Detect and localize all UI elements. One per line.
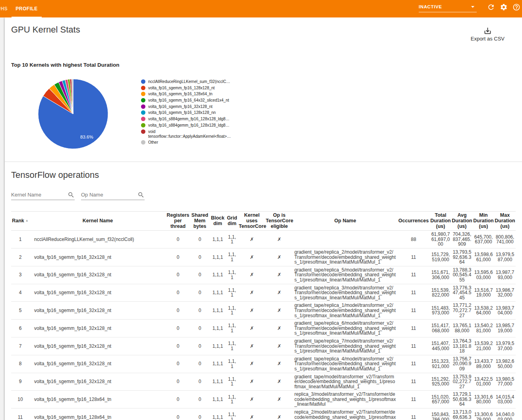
gpu-kernel-stats-section: GPU Kernel Stats Export as CSV Top 10 Ke…: [5, 17, 522, 162]
cell-kernel_tc: ✗: [238, 320, 265, 337]
cell-avg_us: 13,771,270,272.727: [451, 302, 473, 320]
table-row: 4volta_fp16_sgemm_fp16_32x128_nt001,1,11…: [11, 284, 516, 302]
cell-min_us: 13,433,789,000: [473, 355, 494, 373]
legend-item[interactable]: ncclAllReduceRingLLKernel_sum_f32(ncclC…: [141, 79, 231, 84]
table-row: 10volta_fp16_sgemm_fp16_128x64_tn001,1,1…: [11, 391, 516, 408]
cell-op_tc_eligible: ✗: [265, 337, 293, 355]
export-csv-button[interactable]: Export as CSV: [468, 26, 507, 42]
column-header-op_name[interactable]: Op Name: [293, 212, 397, 231]
cell-total_us: 151,729,519,000: [430, 249, 451, 266]
chart-legend: ncclAllReduceRingLLKernel_sum_f32(ncclC……: [141, 79, 231, 150]
legend-item[interactable]: volta_fp16_sgemm_fp16_128x128_nn: [141, 110, 231, 115]
legend-item[interactable]: volta_fp16_sgemm_fp16_64x32_sliced1x4_nt: [141, 98, 231, 103]
column-header-registers[interactable]: Registers per thread: [166, 212, 190, 231]
cell-registers: 0: [166, 302, 190, 320]
column-header-kernel[interactable]: Kernel Name: [29, 212, 166, 231]
column-header-op_tc_eligible[interactable]: Op is TensorCore eligible: [265, 212, 293, 231]
legend-item[interactable]: volta_fp16_sgemm_fp16_128x64_tn: [141, 92, 231, 96]
legend-item[interactable]: volta_fp16_s884gemm_fp16_128x128_ldg8…: [141, 117, 231, 121]
table-row: 6volta_fp16_sgemm_fp16_32x128_nt001,1,11…: [11, 320, 516, 337]
cell-avg_us: 13,764,313,181.818: [451, 337, 473, 355]
sort-ascending-icon: ▲: [25, 219, 29, 222]
cell-block_dim: 1,1,1: [210, 337, 226, 355]
help-button[interactable]: [512, 3, 520, 11]
cell-block_dim: 1,1,1: [210, 408, 226, 420]
cell-kernel: volta_fp16_sgemm_fp16_32x128_nt: [29, 302, 166, 320]
cell-max_us: 14,040,003,000: [494, 408, 516, 420]
pie-slice-label: 83.6%: [80, 135, 93, 139]
cell-kernel: volta_fp16_sgemm_fp16_128x64_tn: [29, 408, 166, 420]
cell-shared_mem: 0: [190, 391, 210, 408]
legend-item[interactable]: volta_fp16_sgemm_fp16_32x128_nt: [141, 104, 231, 109]
cell-rank: 2: [11, 249, 29, 266]
cell-max_us: 13,983,704,000: [494, 302, 516, 320]
cell-min_us: 13,301,680,000: [473, 391, 494, 408]
cell-registers: 0: [166, 408, 190, 420]
table-row: 2volta_fp16_sgemm_fp16_32x128_nt001,1,11…: [11, 249, 516, 266]
cell-grid_dim: 1,1,1: [226, 391, 238, 408]
cell-op_name: gradient_tape/replica_6/model/transforme…: [293, 320, 397, 337]
cell-block_dim: 1,1,1: [210, 284, 226, 302]
cell-occurrences: 11: [397, 266, 430, 284]
cell-min_us: 13,516,719,000: [473, 284, 494, 302]
cell-max_us: 13,982,650,000: [494, 355, 516, 373]
legend-item[interactable]: Other: [141, 140, 231, 145]
legend-swatch: [141, 117, 145, 121]
column-header-occurrences[interactable]: Occurrences: [397, 212, 430, 231]
op-name-input[interactable]: [81, 192, 137, 198]
legend-label: volta_fp16_s884gemm_fp16_128x128_ldg8…: [148, 117, 230, 121]
column-header-kernel_tc[interactable]: Kernel uses TensorCore: [238, 212, 265, 231]
cell-avg_us: 13,729,150,636.364: [451, 391, 473, 408]
legend-item[interactable]: volta_fp16_s884gemm_fp16_128x128_ldg8…: [141, 123, 231, 128]
cell-shared_mem: 0: [190, 302, 210, 320]
cell-rank: 4: [11, 284, 29, 302]
cell-min_us: 645,700,637,000: [473, 231, 494, 249]
legend-item[interactable]: void tensorflow::functor::ApplyAdamKerne…: [141, 129, 231, 139]
refresh-icon: [487, 3, 495, 11]
column-header-grid_dim[interactable]: Grid dim: [226, 212, 238, 231]
legend-swatch: [141, 140, 145, 144]
kernel-name-input[interactable]: [11, 192, 68, 198]
cell-total_us: 151,292,925,000: [430, 373, 451, 391]
cell-max_us: 13,986,732,000: [494, 284, 516, 302]
cell-occurrences: 11: [397, 355, 430, 373]
legend-label: volta_fp16_s884gemm_fp16_128x128_ldg8…: [148, 123, 230, 128]
cell-grid_dim: 1,1,1: [226, 249, 238, 266]
cell-registers: 0: [166, 266, 190, 284]
cell-rank: 9: [11, 373, 29, 391]
cell-min_us: 13,539,221,000: [473, 337, 494, 355]
cell-occurrences: 88: [397, 231, 430, 249]
legend-item[interactable]: volta_fp16_sgemm_fp16_128x128_nt: [141, 86, 231, 91]
cell-occurrences: 11: [397, 302, 430, 320]
column-header-avg_us[interactable]: Avg Duration (us): [451, 212, 473, 231]
tab-profile[interactable]: PROFILE: [12, 0, 42, 17]
run-selector-value: INACTIVE: [419, 4, 442, 9]
search-icon: [137, 191, 145, 198]
table-row: 1ncclAllReduceRingLLKernel_sum_f32(ncclC…: [11, 231, 516, 249]
column-header-block_dim[interactable]: Block dim: [210, 212, 226, 231]
column-header-rank[interactable]: Rank▲: [11, 212, 29, 231]
column-header-min_us[interactable]: Min Duration (us): [473, 212, 494, 231]
cell-kernel_tc: ✗: [238, 284, 265, 302]
cell-min_us: 13,300,679,000: [473, 408, 494, 420]
column-header-total_us[interactable]: Total Duration (us): [430, 212, 451, 231]
cell-total_us: 151,020,657,000: [430, 391, 451, 408]
cell-max_us: 13,979,537,000: [494, 337, 516, 355]
cell-max_us: 14,015,403,000: [494, 391, 516, 408]
cell-kernel_tc: ✗: [238, 266, 265, 284]
run-selector-dropdown[interactable]: INACTIVE: [419, 2, 477, 12]
cell-op_tc_eligible: ✗: [265, 320, 293, 337]
cell-avg_us: 13,756,720,090.909: [451, 355, 473, 373]
pie-chart: 83.6%: [37, 78, 109, 150]
refresh-button[interactable]: [487, 3, 495, 11]
cell-kernel: volta_fp16_sgemm_fp16_128x64_tn: [29, 391, 166, 408]
cell-op_name: gradient_tape/replica_4/model/transforme…: [293, 355, 397, 373]
cell-grid_dim: 1,1,1: [226, 266, 238, 284]
cell-kernel: volta_fp16_sgemm_fp16_32x128_nt: [29, 337, 166, 355]
cell-op_name: [293, 231, 397, 249]
tab-graphs[interactable]: GRAPHS: [0, 0, 12, 17]
settings-button[interactable]: [500, 3, 508, 11]
column-header-shared_mem[interactable]: Shared Mem bytes: [190, 212, 210, 231]
column-header-max_us[interactable]: Max Duration (us): [494, 212, 516, 231]
legend-label: ncclAllReduceRingLLKernel_sum_f32(ncclC…: [148, 79, 230, 84]
